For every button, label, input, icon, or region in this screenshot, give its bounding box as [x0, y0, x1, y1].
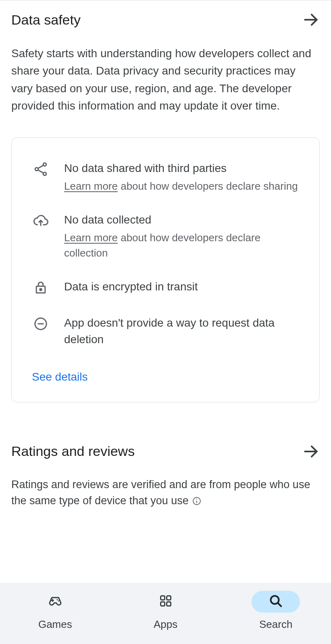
nav-apps[interactable]: Apps [110, 591, 221, 631]
share-icon [32, 160, 50, 178]
info-icon[interactable] [192, 496, 202, 506]
safety-item-subtext: Learn more about how developers declare … [64, 179, 299, 194]
svg-point-2 [35, 168, 38, 171]
safety-item-title: Data is encrypted in transit [64, 279, 299, 295]
svg-rect-22 [167, 602, 171, 606]
svg-point-14 [196, 499, 197, 499]
nav-label: Apps [154, 618, 177, 631]
gamepad-icon [47, 593, 63, 611]
svg-line-5 [38, 170, 43, 173]
svg-point-8 [40, 288, 42, 290]
apps-grid-icon [158, 593, 174, 611]
data-safety-description: Safety starts with understanding how dev… [11, 45, 320, 115]
see-details-link[interactable]: See details [32, 371, 88, 383]
learn-more-link[interactable]: Learn more [64, 180, 118, 192]
safety-item-collected: No data collected Learn more about how d… [32, 212, 299, 261]
cloud-upload-icon [32, 212, 50, 230]
svg-point-1 [43, 163, 46, 166]
lock-icon [32, 279, 50, 296]
svg-rect-20 [167, 596, 171, 600]
ratings-reviews-title: Ratings and reviews [11, 443, 135, 459]
search-icon [268, 593, 284, 611]
bottom-navigation: Games Apps Search [0, 583, 331, 644]
svg-point-17 [56, 599, 58, 601]
safety-item-deletion: App doesn't provide a way to request dat… [32, 315, 299, 350]
safety-item-sharing: No data shared with third parties Learn … [32, 160, 299, 194]
svg-rect-19 [160, 596, 164, 600]
nav-label: Search [259, 618, 292, 631]
safety-item-title: No data collected [64, 212, 299, 228]
svg-point-3 [43, 172, 46, 175]
data-safety-header[interactable]: Data safety [11, 11, 320, 29]
svg-line-24 [278, 603, 281, 606]
safety-item-subtext: Learn more about how developers declare … [64, 230, 299, 261]
no-delete-icon [32, 315, 50, 333]
learn-more-link[interactable]: Learn more [64, 232, 118, 244]
svg-rect-21 [160, 602, 164, 606]
arrow-right-icon [302, 11, 320, 29]
nav-games[interactable]: Games [0, 591, 110, 631]
safety-item-title: App doesn't provide a way to request dat… [64, 315, 299, 348]
svg-line-4 [38, 165, 43, 168]
nav-search[interactable]: Search [221, 591, 331, 631]
nav-label: Games [38, 618, 72, 631]
ratings-reviews-header[interactable]: Ratings and reviews [11, 443, 320, 460]
safety-item-title: No data shared with third parties [64, 160, 299, 177]
arrow-right-icon [302, 443, 320, 460]
data-safety-title: Data safety [11, 12, 81, 28]
svg-point-18 [58, 601, 59, 602]
safety-item-encrypted: Data is encrypted in transit [32, 279, 299, 298]
data-safety-card: No data shared with third parties Learn … [11, 137, 320, 402]
ratings-reviews-description: Ratings and reviews are verified and are… [11, 476, 320, 509]
